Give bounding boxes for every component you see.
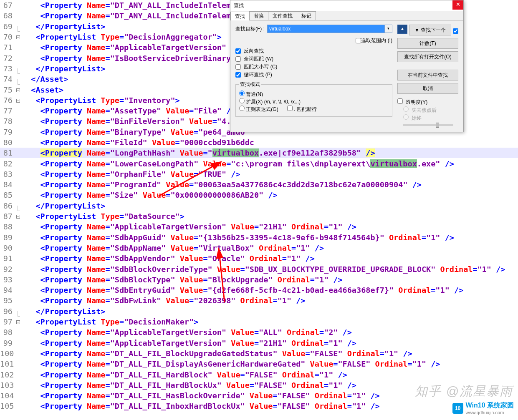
code-line[interactable]: 97− <PropertyList Type="DecisionMaker"> [0, 317, 518, 327]
code-line[interactable]: 90 <Property Name="SdbAppName" Value="Vi… [0, 243, 518, 253]
count-button[interactable]: 计数(T) [397, 38, 458, 49]
code-content[interactable]: <Property Name="SdbAppGuid" Value="{13b5… [22, 233, 518, 242]
code-line[interactable]: 84 <Property Name="ProgramId" Value="000… [0, 179, 518, 190]
dialog-tab-0[interactable]: 查找 [230, 12, 250, 20]
code-content[interactable]: <Property Name="DT_ALL_FIL_BlockUpgradeG… [22, 349, 518, 358]
code-content[interactable]: <Property Name="DT_ALL_FIL_DisplayAsGene… [22, 360, 518, 368]
code-line[interactable]: 91 <Property Name="SdbAppVendor" Value="… [0, 253, 518, 264]
code-content[interactable]: <PropertyList Type="DataSource"> [22, 212, 518, 221]
code-content[interactable]: </PropertyList> [22, 307, 518, 316]
code-line[interactable]: 92 <Property Name="SdbBlockOverrideType"… [0, 264, 518, 274]
match-case-checkbox[interactable]: 匹配大小写 (C) [235, 63, 392, 70]
code-content[interactable]: <Property Name="ApplicableTargetVersion"… [22, 222, 518, 231]
line-number: 81 [0, 148, 14, 157]
code-content[interactable]: <Property Name="ApplicableTargetVersion"… [22, 328, 518, 337]
transparency-slider[interactable] [403, 124, 453, 126]
code-content[interactable]: <Property Name="Size" Value="0x000000000… [22, 191, 518, 199]
code-line[interactable]: 104 <Property Name="DT_ALL_FIL_HasBlockO… [0, 390, 518, 401]
code-line[interactable]: 100 <Property Name="DT_ALL_FIL_BlockUpgr… [0, 348, 518, 359]
code-line[interactable]: 82 <Property Name="LowerCaseLongPath" Va… [0, 158, 518, 169]
mode-extended-radio[interactable]: 扩展(X) (\n, \r, \t, \0, \x...) [239, 99, 301, 105]
dialog-tabs: 查找替换文件查找标记 [230, 11, 463, 20]
code-content[interactable]: <Property Name="SdbFwLink" Value="202639… [22, 296, 518, 305]
line-number: 96 [0, 307, 14, 316]
line-number: 86 [0, 201, 14, 210]
find-all-open-button[interactable]: 查找所有打开文件(O) [397, 51, 458, 62]
find-all-current-button[interactable]: 在当前文件中查找 [397, 70, 458, 80]
code-content[interactable]: <Property Name="SdbEntryGuid" Value="{d2… [22, 286, 518, 294]
line-number: 103 [0, 381, 14, 390]
backward-checkbox[interactable]: 反向查找 [235, 48, 392, 55]
code-content[interactable]: <Property Name="OrphanFile" Value="TRUE"… [22, 170, 518, 179]
cancel-button[interactable]: 取消 [397, 83, 458, 94]
find-next-button[interactable]: ▼ 查找下一个 [409, 25, 451, 35]
line-number: 95 [0, 296, 14, 305]
code-line[interactable]: 98 <Property Name="ApplicableTargetVersi… [0, 327, 518, 337]
wrap-checkbox[interactable]: 循环查找 (P) [235, 71, 392, 78]
dialog-tab-2[interactable]: 文件查找 [268, 11, 297, 20]
code-content[interactable]: <Property Name="DT_ALL_FIL_InboxHardBloc… [22, 402, 518, 410]
code-line[interactable]: 85 <Property Name="Size" Value="0x000000… [0, 190, 518, 200]
code-line[interactable]: 88 <Property Name="ApplicableTargetVersi… [0, 221, 518, 232]
code-line[interactable]: 87− <PropertyList Type="DataSource"> [0, 211, 518, 221]
line-number: 71 [0, 43, 14, 52]
find-prev-button[interactable]: ▲ [397, 25, 407, 34]
transparency-always-radio: 始终 [403, 114, 458, 122]
code-line[interactable]: 89 <Property Name="SdbAppGuid" Value="{1… [0, 232, 518, 243]
code-content[interactable]: <Property Name="FileId" Value="0000ccbd9… [22, 138, 518, 147]
fold-gutter[interactable]: − [14, 34, 22, 40]
find-target-combo[interactable]: ▾ [267, 25, 392, 33]
close-button[interactable]: ✕ [452, 0, 463, 10]
code-content[interactable]: <Property Name="ApplicableTargetVersion"… [22, 339, 518, 347]
fold-gutter[interactable]: − [14, 87, 22, 93]
code-content[interactable]: </PropertyList> [22, 201, 518, 210]
code-content[interactable]: <Property Name="SdbAppVendor" Value="Ora… [22, 254, 518, 263]
code-line[interactable]: 96 </PropertyList> [0, 306, 518, 317]
code-line[interactable]: 101 <Property Name="DT_ALL_FIL_DisplayAs… [0, 359, 518, 369]
dialog-title[interactable]: 查找 [230, 0, 463, 11]
code-content[interactable]: <Property Name="DT_ALL_FIL_HasBlockOverr… [22, 391, 518, 400]
mode-regex-radio[interactable]: 正则表达式(G) [239, 106, 278, 112]
code-line[interactable]: 102 <Property Name="DT_ALL_FIL_HardBlock… [0, 369, 518, 380]
code-content[interactable]: <Property Name="LowerCaseLongPath" Value… [22, 159, 518, 168]
line-number: 84 [0, 180, 14, 189]
line-number: 87 [0, 212, 14, 221]
mode-normal-radio[interactable]: 普通(N) [239, 91, 263, 97]
fold-gutter[interactable]: − [14, 214, 22, 219]
code-content[interactable]: <Property Name="LongPathHash" Value="vir… [22, 148, 518, 157]
dialog-tab-3[interactable]: 标记 [297, 11, 316, 20]
line-number: 92 [0, 265, 14, 274]
code-content[interactable]: <Property Name="DT_ALL_FIL_HardBlock" Va… [22, 370, 518, 379]
line-number: 104 [0, 391, 14, 400]
fold-gutter[interactable]: − [14, 319, 22, 324]
code-line[interactable]: 83 <Property Name="OrphanFile" Value="TR… [0, 169, 518, 179]
line-number: 77 [0, 106, 14, 115]
combo-dropdown-icon[interactable]: ▾ [385, 25, 392, 33]
find-target-input[interactable] [267, 25, 385, 33]
code-content[interactable]: <Property Name="SdbBlockOverrideType" Va… [22, 265, 518, 274]
find-next-pin-checkbox[interactable] [453, 27, 458, 35]
line-number: 80 [0, 138, 14, 147]
dotall-checkbox[interactable]: . 匹配新行 [287, 106, 317, 112]
transparency-checkbox[interactable]: 透明度(Y) [397, 98, 458, 106]
fold-gutter[interactable]: − [14, 98, 22, 103]
code-line[interactable]: 94 <Property Name="SdbEntryGuid" Value="… [0, 285, 518, 295]
code-line[interactable]: 99 <Property Name="ApplicableTargetVersi… [0, 338, 518, 348]
whole-word-checkbox[interactable]: 全词匹配 (W) [235, 55, 392, 63]
line-number: 79 [0, 128, 14, 136]
code-content[interactable]: <PropertyList Type="DecisionMaker"> [22, 317, 518, 326]
dialog-tab-1[interactable]: 替换 [249, 11, 268, 20]
code-line[interactable]: 81 <Property Name="LongPathHash" Value="… [0, 148, 518, 158]
code-line[interactable]: 105 <Property Name="DT_ALL_FIL_InboxHard… [0, 401, 518, 411]
code-content[interactable]: <Property Name="DT_ALL_FIL_HardBlockUx" … [22, 381, 518, 390]
code-line[interactable]: 95 <Property Name="SdbFwLink" Value="202… [0, 295, 518, 306]
line-number: 69 [0, 22, 14, 31]
code-content[interactable]: <Property Name="ProgramId" Value="00063e… [22, 180, 518, 189]
code-line[interactable]: 93 <Property Name="SdbBlockType" Value="… [0, 274, 518, 285]
code-line[interactable]: 86 </PropertyList> [0, 201, 518, 211]
code-line[interactable]: 80 <Property Name="FileId" Value="0000cc… [0, 137, 518, 148]
code-line[interactable]: 103 <Property Name="DT_ALL_FIL_HardBlock… [0, 380, 518, 390]
code-content[interactable]: <Property Name="SdbBlockType" Value="Blo… [22, 275, 518, 284]
in-selection-checkbox[interactable]: 选取范围内 (I) [356, 37, 392, 44]
code-content[interactable]: <Property Name="SdbAppName" Value="Virtu… [22, 244, 518, 252]
